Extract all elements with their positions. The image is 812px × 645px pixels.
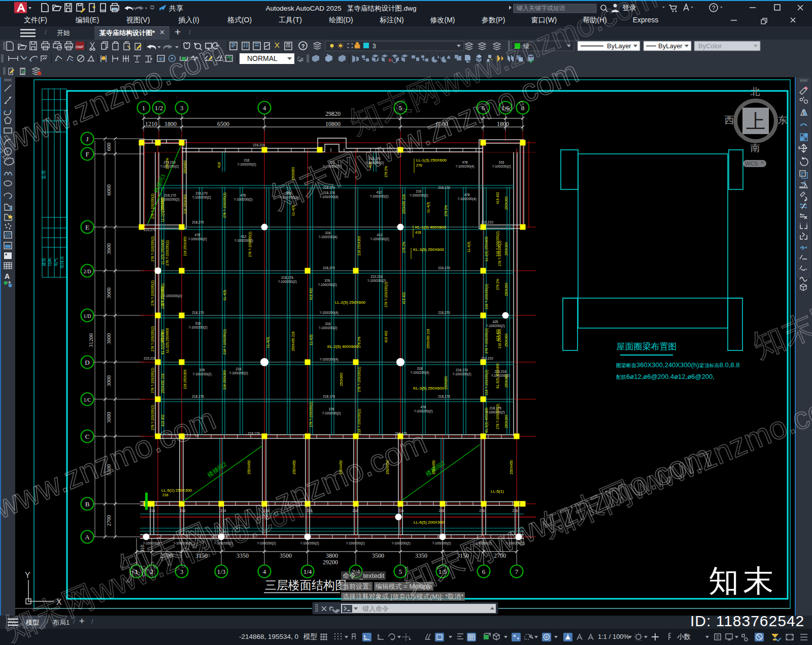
- svg-text:6500: 6500: [436, 120, 448, 127]
- svg-text:250X450 216: 250X450 216: [402, 194, 405, 214]
- svg-text:316: 316: [286, 191, 292, 195]
- svg-text:建筑: 建筑: [42, 258, 46, 266]
- svg-text:3600: 3600: [106, 243, 112, 255]
- svg-text:?-100/200(2): ?-100/200(2): [322, 165, 341, 169]
- svg-text:250X300: 250X300: [504, 415, 508, 428]
- svg-text:1/3: 1/3: [217, 568, 226, 575]
- svg-text:1/C: 1/C: [84, 397, 91, 403]
- svg-text:276 ?-100/200(2): 276 ?-100/200(2): [151, 194, 155, 219]
- svg-text:216 ?-100/200(2): 216 ?-100/200(2): [223, 329, 227, 354]
- svg-text:ByLayer: ByLayer: [607, 42, 631, 50]
- svg-text:316: 316: [499, 160, 504, 164]
- svg-text:绿: 绿: [523, 43, 529, 50]
- svg-text:218,176: 218,176: [281, 276, 293, 279]
- svg-text:216: 216: [416, 189, 422, 193]
- svg-text:218,270: 218,270: [438, 311, 450, 314]
- svg-text:LL-5(1) 250X300: LL-5(1) 250X300: [161, 488, 192, 493]
- svg-text:218,176: 218,176: [323, 395, 335, 398]
- svg-text:210,218: 210,218: [144, 357, 156, 360]
- svg-text:250X450: 250X450: [432, 460, 435, 474]
- svg-text:478: 478: [464, 193, 470, 197]
- svg-text:29200: 29200: [323, 559, 338, 566]
- svg-text:276 2%: 276 2%: [496, 279, 499, 290]
- svg-text:216: 216: [353, 509, 358, 512]
- svg-text:?-100/200(2): ?-100/200(2): [322, 411, 341, 415]
- svg-text:?-100/200(2): ?-100/200(2): [163, 294, 182, 298]
- svg-text:?-100/200(2): ?-100/200(2): [505, 541, 524, 545]
- svg-text:2: 2: [150, 568, 154, 575]
- svg-text:登录: 登录: [622, 4, 636, 12]
- svg-text:276 ?-100/200(2): 276 ?-100/200(2): [357, 367, 361, 392]
- svg-text:216,170: 216,170: [368, 157, 381, 160]
- svg-text:216 ?-100/200(2): 216 ?-100/200(2): [485, 284, 489, 309]
- svg-text:2700: 2700: [160, 552, 173, 559]
- svg-text:A: A: [218, 54, 221, 59]
- svg-text:3350: 3350: [236, 552, 249, 559]
- svg-text:210,270: 210,270: [144, 228, 156, 232]
- svg-text:?-100/200(2): ?-100/200(2): [409, 194, 428, 198]
- svg-text:3350: 3350: [415, 552, 427, 559]
- svg-text:LL-4(3): LL-4(3): [266, 337, 270, 348]
- svg-text:250X300: 250X300: [504, 374, 508, 388]
- svg-text:216: 216: [398, 509, 404, 512]
- svg-text:?-100/200(4): ?-100/200(4): [318, 235, 337, 239]
- svg-text:250X600: 250X600: [291, 167, 295, 180]
- svg-text:KL-3(5) 250X600: KL-3(5) 250X600: [413, 247, 444, 252]
- svg-text:216: 216: [244, 158, 250, 162]
- svg-text:418 402: 418 402: [309, 288, 313, 300]
- svg-text:3000: 3000: [106, 412, 112, 424]
- svg-text:216: 216: [480, 509, 485, 512]
- svg-text:Autodesk AutoCAD 2025 某寺庙结构设: Autodesk AutoCAD 2025 某寺庙结构设计图.dwg: [265, 5, 416, 12]
- svg-text:250X600: 250X600: [340, 373, 343, 386]
- svg-text:?-100/200(4): ?-100/200(4): [319, 311, 338, 315]
- svg-text:216,170: 216,170: [456, 368, 468, 372]
- svg-text:西: 西: [725, 115, 734, 125]
- svg-text:?-100/200(2): ?-100/200(2): [346, 541, 364, 545]
- svg-text:1/4: 1/4: [303, 568, 312, 575]
- svg-text:216 ?-100/200(2): 216 ?-100/200(2): [357, 409, 361, 434]
- svg-text:276: 276: [416, 164, 422, 167]
- svg-text:276 2%: 276 2%: [165, 158, 169, 169]
- svg-text:LL-2(5) 250X600: LL-2(5) 250X600: [161, 197, 165, 221]
- svg-text:218,170: 218,170: [192, 311, 204, 314]
- svg-text:216: 216: [150, 509, 155, 512]
- svg-text:250X600: 250X600: [444, 376, 448, 390]
- svg-text:J: J: [86, 135, 88, 143]
- svg-text:376: 376: [329, 407, 334, 411]
- svg-text:276 2%: 276 2%: [402, 242, 405, 253]
- svg-text:三层楼面结构图: 三层楼面结构图: [265, 578, 347, 592]
- svg-text:C: C: [85, 433, 90, 440]
- svg-text:?-100/200(2): ?-100/200(2): [229, 371, 248, 375]
- svg-text:LL-4(3): LL-4(3): [223, 290, 227, 301]
- svg-text:6: 6: [482, 568, 486, 575]
- svg-text:模型: 模型: [303, 633, 317, 640]
- svg-text:?-100/200(4): ?-100/200(4): [455, 165, 474, 169]
- svg-text:1800: 1800: [164, 120, 177, 127]
- svg-text:5100: 5100: [106, 464, 112, 476]
- svg-text:250X300: 250X300: [504, 283, 508, 296]
- svg-text:结构: 结构: [48, 258, 52, 266]
- svg-text:LL-6(5) 200X300: LL-6(5) 200X300: [414, 520, 445, 525]
- svg-text:216,170: 216,170: [195, 191, 208, 195]
- svg-text:3500: 3500: [372, 552, 384, 559]
- svg-text:?-100/200(2): ?-100/200(2): [173, 541, 192, 545]
- svg-text:?-100/200(4): ?-100/200(4): [410, 371, 429, 375]
- svg-text:LL-2(5) 250X600: LL-2(5) 250X600: [161, 239, 165, 264]
- svg-text:216: 216: [329, 160, 335, 164]
- svg-text:376: 376: [325, 279, 330, 282]
- svg-text:?-100/200(2): ?-100/200(2): [486, 410, 504, 414]
- svg-text:5: 5: [399, 104, 402, 112]
- svg-text:418: 418: [217, 162, 221, 168]
- svg-text:216 250X300: 216 250X300: [183, 236, 187, 256]
- svg-text:键入关键字或短语: 键入关键字或短语: [517, 5, 565, 12]
- svg-text:216: 216: [162, 493, 168, 497]
- svg-text:216 250X300: 216 250X300: [223, 370, 226, 390]
- svg-text:316: 316: [325, 231, 331, 235]
- svg-text:216 ?-100/200(2): 216 ?-100/200(2): [485, 370, 489, 395]
- svg-text:425: 425: [493, 320, 498, 324]
- svg-text:31200: 31200: [88, 333, 94, 347]
- svg-text:KL-3(5) 250X600: KL-3(5) 250X600: [413, 386, 444, 391]
- svg-text:316: 316: [195, 321, 201, 325]
- svg-text:216 250X300: 216 250X300: [183, 194, 187, 214]
- svg-text:?-100/200(2): ?-100/200(2): [318, 326, 337, 330]
